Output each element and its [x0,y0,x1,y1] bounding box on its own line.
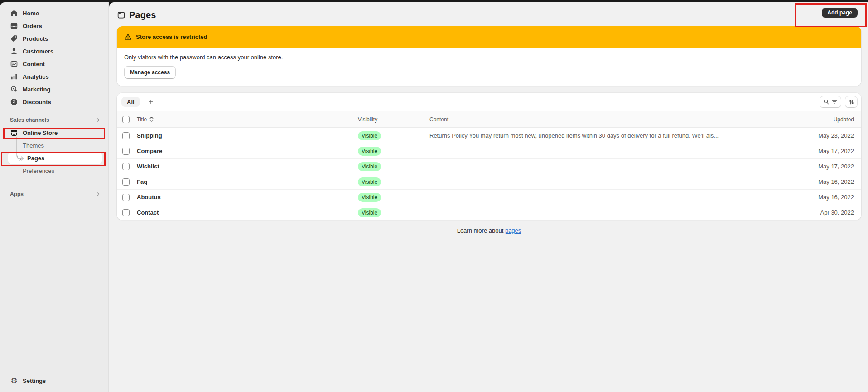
sidebar-item-home[interactable]: Home [4,7,105,19]
visibility-badge: Visible [358,131,381,140]
chevron-right-icon [96,191,101,197]
sidebar-section-sales-channels[interactable]: Sales channels [4,116,105,124]
sidebar-item-customers[interactable]: Customers [4,45,105,57]
visibility-badge: Visible [358,147,381,156]
pages-help-link[interactable]: pages [505,227,521,234]
row-updated-date: Apr 30, 2022 [793,209,861,216]
row-checkbox[interactable] [122,178,130,186]
sidebar-item-discounts[interactable]: Discounts [4,96,105,108]
manage-access-button[interactable]: Manage access [124,66,176,79]
sidebar: Home Orders Products Customers Content [0,2,109,392]
table-header-row: Title Visibility Content Updated [117,111,861,128]
store-access-banner: Store access is restricted Only visitors… [117,26,861,86]
sidebar-item-marketing[interactable]: Marketing [4,83,105,96]
row-updated-date: May 17, 2022 [793,148,861,154]
visibility-badge: Visible [358,177,381,186]
home-icon [10,9,18,17]
search-filter-button[interactable] [820,96,841,108]
row-updated-date: May 17, 2022 [793,163,861,170]
filter-icon [831,99,838,105]
sidebar-item-orders[interactable]: Orders [4,19,105,32]
add-view-button[interactable] [145,97,156,107]
row-content-preview: Returns Policy You may return most new, … [429,132,793,139]
column-header-visibility: Visibility [358,116,429,123]
visibility-badge: Visible [358,208,381,217]
row-updated-date: May 16, 2022 [793,194,861,201]
products-tag-icon [10,34,18,43]
content-media-icon [10,60,18,68]
row-title: Wishlist [137,163,159,170]
row-checkbox[interactable] [122,194,130,201]
sidebar-item-content[interactable]: Content [4,57,105,70]
pages-table-card: All Title [117,93,861,220]
row-checkbox[interactable] [122,148,130,155]
banner-title: Store access is restricted [136,33,207,40]
sidebar-item-label: Products [23,35,48,42]
sidebar-section-apps[interactable]: Apps [4,191,105,198]
table-row[interactable]: Compare Visible May 17, 2022 [117,143,861,158]
row-title: Shipping [137,132,162,139]
page-title: Pages [129,10,156,20]
row-updated-date: May 16, 2022 [793,178,861,185]
sort-arrows-icon [848,99,855,105]
sidebar-item-label: Content [23,61,45,67]
visibility-badge: Visible [358,162,381,171]
sidebar-item-label: Preferences [23,167,54,174]
tab-all[interactable]: All [121,97,140,107]
discounts-percent-icon [10,98,18,106]
online-store-icon [10,129,18,137]
sort-button[interactable] [845,96,858,108]
table-row[interactable]: Aboutus Visible May 16, 2022 [117,189,861,205]
marketing-target-icon [10,85,18,93]
column-header-title: Title [137,116,147,123]
row-title: Contact [137,209,159,216]
orders-icon [10,22,18,30]
column-header-content: Content [429,116,793,123]
sidebar-item-label: Online Store [23,129,58,136]
analytics-bars-icon [10,72,18,81]
sidebar-item-products[interactable]: Products [4,32,105,45]
table-row[interactable]: Shipping Visible Returns Policy You may … [117,128,861,143]
banner-header: Store access is restricted [117,26,861,48]
row-checkbox[interactable] [122,163,130,170]
plus-icon [148,99,154,105]
sidebar-item-settings[interactable]: ⚙ Settings [4,374,105,387]
sidebar-item-label: Pages [27,155,44,162]
sidebar-item-label: Home [23,10,39,17]
sidebar-item-label: Orders [23,23,42,29]
tree-connector-line [16,137,26,163]
table-row[interactable]: Wishlist Visible May 17, 2022 [117,158,861,174]
row-title: Compare [137,148,162,154]
row-title: Aboutus [137,194,161,201]
sort-carets-icon[interactable] [149,116,154,122]
sidebar-item-label: Discounts [23,99,51,105]
gear-icon: ⚙ [10,377,18,385]
table-row[interactable]: Faq Visible May 16, 2022 [117,174,861,189]
pages-icon [117,11,125,19]
select-all-checkbox[interactable] [122,116,130,123]
sidebar-item-label: Settings [23,378,46,384]
row-checkbox[interactable] [122,209,130,216]
row-checkbox[interactable] [122,132,130,139]
main-content: Pages Store access is restricted Only vi… [109,2,868,392]
chevron-right-icon [96,117,101,123]
warning-triangle-icon [124,33,132,41]
sidebar-item-analytics[interactable]: Analytics [4,70,105,83]
add-page-button[interactable]: Add page [822,8,858,18]
row-updated-date: May 23, 2022 [793,132,861,139]
row-title: Faq [137,178,147,185]
banner-description: Only visitors with the password can acce… [124,54,854,61]
sidebar-item-label: Marketing [23,86,50,93]
table-row[interactable]: Contact Visible Apr 30, 2022 [117,205,861,220]
visibility-badge: Visible [358,193,381,202]
search-icon [823,99,829,105]
sidebar-item-label: Customers [23,48,53,55]
learn-more-footer: Learn more about pages [117,227,861,234]
sidebar-item-label: Analytics [23,73,49,80]
sidebar-item-preferences[interactable]: Preferences [4,164,105,177]
column-header-updated: Updated [793,116,861,123]
customers-person-icon [10,47,18,55]
